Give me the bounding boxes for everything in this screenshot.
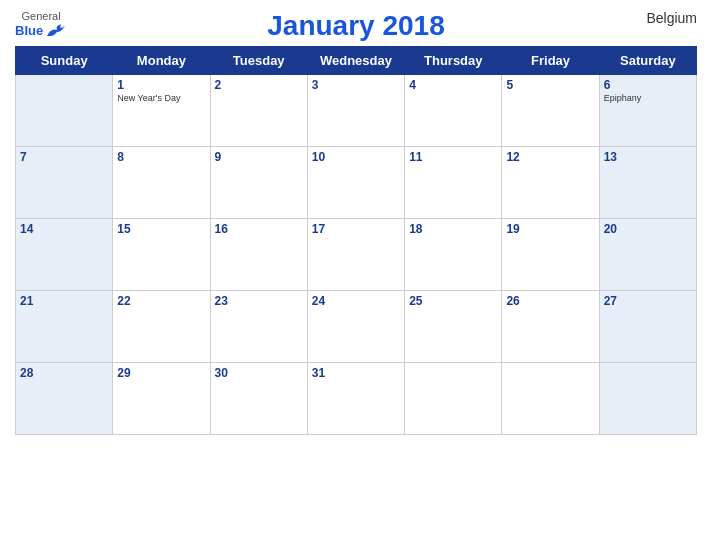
day-number: 3	[312, 78, 400, 92]
day-number: 27	[604, 294, 692, 308]
day-cell-2-4: 10	[307, 147, 404, 219]
day-number: 11	[409, 150, 497, 164]
day-cell-2-5: 11	[405, 147, 502, 219]
col-header-wednesday: Wednesday	[307, 47, 404, 75]
logo-bird-icon	[45, 22, 67, 38]
day-cell-3-7: 20	[599, 219, 696, 291]
logo-general-text: General	[22, 10, 61, 22]
day-number: 15	[117, 222, 205, 236]
day-cell-5-7	[599, 363, 696, 435]
day-number: 2	[215, 78, 303, 92]
day-number: 7	[20, 150, 108, 164]
day-cell-5-4: 31	[307, 363, 404, 435]
day-number: 22	[117, 294, 205, 308]
calendar-wrapper: General Blue January 2018 Belgium Sunday…	[0, 0, 712, 550]
day-cell-1-1	[16, 75, 113, 147]
day-number: 13	[604, 150, 692, 164]
day-cell-4-2: 22	[113, 291, 210, 363]
day-cell-4-6: 26	[502, 291, 599, 363]
header-row: SundayMondayTuesdayWednesdayThursdayFrid…	[16, 47, 697, 75]
day-number: 31	[312, 366, 400, 380]
day-number: 19	[506, 222, 594, 236]
day-cell-1-3: 2	[210, 75, 307, 147]
day-cell-3-2: 15	[113, 219, 210, 291]
day-cell-1-2: 1New Year's Day	[113, 75, 210, 147]
day-number: 17	[312, 222, 400, 236]
day-number: 4	[409, 78, 497, 92]
day-cell-5-1: 28	[16, 363, 113, 435]
day-number: 5	[506, 78, 594, 92]
col-header-monday: Monday	[113, 47, 210, 75]
day-number: 30	[215, 366, 303, 380]
day-number: 25	[409, 294, 497, 308]
day-number: 10	[312, 150, 400, 164]
country-label: Belgium	[646, 10, 697, 26]
day-cell-5-5	[405, 363, 502, 435]
day-cell-2-3: 9	[210, 147, 307, 219]
day-cell-5-3: 30	[210, 363, 307, 435]
day-number: 1	[117, 78, 205, 92]
day-cell-3-3: 16	[210, 219, 307, 291]
day-cell-3-5: 18	[405, 219, 502, 291]
holiday-label: New Year's Day	[117, 93, 205, 103]
day-number: 24	[312, 294, 400, 308]
day-cell-5-6	[502, 363, 599, 435]
day-number: 21	[20, 294, 108, 308]
logo-area: General Blue	[15, 10, 67, 38]
week-row-4: 21222324252627	[16, 291, 697, 363]
day-number: 9	[215, 150, 303, 164]
day-cell-2-7: 13	[599, 147, 696, 219]
week-row-1: 1New Year's Day23456Epiphany	[16, 75, 697, 147]
day-cell-3-6: 19	[502, 219, 599, 291]
day-cell-1-6: 5	[502, 75, 599, 147]
day-number: 14	[20, 222, 108, 236]
logo-blue-text: Blue	[15, 23, 43, 38]
day-cell-2-6: 12	[502, 147, 599, 219]
col-header-saturday: Saturday	[599, 47, 696, 75]
day-number: 29	[117, 366, 205, 380]
col-header-thursday: Thursday	[405, 47, 502, 75]
day-number: 12	[506, 150, 594, 164]
day-cell-2-2: 8	[113, 147, 210, 219]
calendar-header: General Blue January 2018 Belgium	[15, 10, 697, 42]
day-cell-2-1: 7	[16, 147, 113, 219]
calendar-title: January 2018	[267, 10, 444, 42]
col-header-tuesday: Tuesday	[210, 47, 307, 75]
day-number: 26	[506, 294, 594, 308]
day-number: 18	[409, 222, 497, 236]
week-row-5: 28293031	[16, 363, 697, 435]
day-number: 20	[604, 222, 692, 236]
day-cell-4-1: 21	[16, 291, 113, 363]
day-number: 28	[20, 366, 108, 380]
day-cell-4-5: 25	[405, 291, 502, 363]
day-cell-5-2: 29	[113, 363, 210, 435]
day-cell-1-7: 6Epiphany	[599, 75, 696, 147]
day-number: 16	[215, 222, 303, 236]
calendar-table: SundayMondayTuesdayWednesdayThursdayFrid…	[15, 46, 697, 435]
day-cell-4-4: 24	[307, 291, 404, 363]
day-cell-1-5: 4	[405, 75, 502, 147]
col-header-sunday: Sunday	[16, 47, 113, 75]
day-number: 8	[117, 150, 205, 164]
day-cell-3-1: 14	[16, 219, 113, 291]
day-number: 6	[604, 78, 692, 92]
day-cell-4-3: 23	[210, 291, 307, 363]
week-row-2: 78910111213	[16, 147, 697, 219]
day-cell-3-4: 17	[307, 219, 404, 291]
day-number: 23	[215, 294, 303, 308]
week-row-3: 14151617181920	[16, 219, 697, 291]
day-cell-1-4: 3	[307, 75, 404, 147]
col-header-friday: Friday	[502, 47, 599, 75]
holiday-label: Epiphany	[604, 93, 692, 103]
day-cell-4-7: 27	[599, 291, 696, 363]
